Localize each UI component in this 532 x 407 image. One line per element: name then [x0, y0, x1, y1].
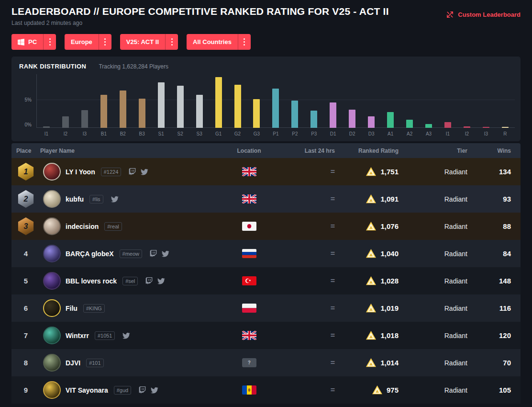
rank-bar-group-19[interactable]: A1: [381, 74, 400, 128]
player-name[interactable]: kubfu: [66, 195, 84, 203]
bar-gold-g1[interactable]: [215, 77, 222, 128]
leaderboard-row[interactable]: 9VIT Sayonara#gud=975Radiant105: [11, 376, 521, 404]
filter-act[interactable]: V25: ACT II: [120, 34, 178, 50]
rank-bar-group-21[interactable]: A3: [419, 74, 438, 128]
rank-bar-group-11[interactable]: G2: [228, 74, 247, 128]
rank-bar-group-17[interactable]: D2: [343, 74, 362, 128]
column-header-last-24-hrs[interactable]: Last 24 hrs: [277, 147, 339, 154]
bar-silver-s1[interactable]: [158, 82, 165, 128]
chart-title: RANK DISTRIBUTION: [19, 63, 86, 70]
bar-platinum-p1[interactable]: [272, 89, 279, 128]
leaderboard-row[interactable]: 5BBL lovers rock#sel=1,028Radiant148: [11, 267, 521, 294]
bar-ascendant-a3[interactable]: [425, 124, 432, 128]
twitter-icon[interactable]: [111, 195, 119, 203]
filter-country-main[interactable]: All Countries: [187, 34, 238, 50]
player-name[interactable]: LY I Yoon: [66, 168, 95, 176]
filter-region-main[interactable]: Europe: [65, 34, 99, 50]
bar-immortal-i1[interactable]: [444, 122, 451, 128]
filter-act-main[interactable]: V25: ACT II: [120, 34, 165, 50]
column-header-wins[interactable]: Wins: [473, 147, 521, 154]
bar-immortal-i3[interactable]: [483, 127, 489, 128]
rank-bar-group-13[interactable]: P1: [266, 74, 285, 128]
twitter-icon[interactable]: [151, 386, 158, 394]
leaderboard-row[interactable]: 8DJVI#101?=1,014Radiant70: [11, 349, 521, 376]
filter-platform-main[interactable]: PC: [11, 34, 43, 50]
player-name[interactable]: BARÇA globeX: [66, 250, 114, 258]
rank-bar-group-16[interactable]: D1: [323, 74, 343, 128]
rank-bar-group-2[interactable]: I2: [56, 74, 75, 128]
bar-immortal-i2[interactable]: [464, 126, 470, 128]
column-header-player-name[interactable]: Player Name: [40, 147, 222, 154]
bar-bronze-b1[interactable]: [100, 95, 107, 128]
rank-bar-group-6[interactable]: B3: [133, 74, 152, 128]
leaderboard-row[interactable]: 7Wintxrr#1051=1,018Radiant120: [11, 322, 521, 349]
rank-bar-group-24[interactable]: I3: [477, 74, 496, 128]
twitch-icon[interactable]: [129, 168, 136, 175]
bar-bronze-b2[interactable]: [120, 90, 126, 128]
player-name[interactable]: Filu: [66, 305, 78, 312]
country-kebab-menu-icon[interactable]: [238, 34, 251, 50]
region-kebab-menu-icon[interactable]: [99, 34, 111, 50]
leaderboard-row[interactable]: 1LY I Yoon#1224=1,751Radiant134: [11, 158, 521, 185]
rank-bar-group-15[interactable]: P3: [304, 74, 323, 128]
filter-country[interactable]: All Countries: [187, 34, 251, 50]
bar-silver-s3[interactable]: [196, 95, 203, 128]
bar-iron-i2[interactable]: [62, 116, 69, 128]
rank-bar-group-22[interactable]: I1: [438, 74, 457, 128]
player-name[interactable]: DJVI: [66, 359, 80, 367]
leaderboard-row[interactable]: 2kubfu#lis=1,091Radiant93: [11, 185, 521, 213]
bar-bronze-b3[interactable]: [139, 99, 145, 128]
player-name[interactable]: BBL lovers rock: [66, 277, 117, 285]
rank-bar-group-23[interactable]: I2: [457, 74, 477, 128]
rank-bar-group-4[interactable]: B1: [94, 74, 113, 128]
player-name[interactable]: Wintxrr: [66, 332, 89, 339]
leaderboard-row[interactable]: 3indecision#real=1,076Radiant88: [11, 213, 521, 240]
rank-bar-group-14[interactable]: P2: [285, 74, 304, 128]
leaderboard-row[interactable]: 4BARÇA globeX#meow=1,040Radiant84: [11, 240, 521, 267]
bar-diamond-d1[interactable]: [330, 102, 336, 128]
bar-ascendant-a1[interactable]: [387, 112, 394, 128]
bar-ascendant-a2[interactable]: [406, 120, 413, 128]
player-name[interactable]: VIT Sayonara: [66, 386, 108, 394]
rank-bar-group-1[interactable]: I1: [37, 74, 56, 128]
bar-platinum-p3[interactable]: [310, 111, 317, 128]
twitter-icon[interactable]: [141, 168, 148, 176]
rank-bar-group-5[interactable]: B2: [113, 74, 133, 128]
twitch-icon[interactable]: [145, 277, 153, 284]
bar-radiant-r[interactable]: [502, 127, 509, 128]
rank-bar-group-12[interactable]: G3: [247, 74, 266, 128]
rank-bar-group-3[interactable]: I3: [75, 74, 94, 128]
filter-region[interactable]: Europe: [65, 34, 111, 50]
column-header-location[interactable]: Location: [222, 147, 277, 154]
filter-bar: PC Europe V25: ACT II All Countries: [11, 34, 521, 50]
twitch-icon[interactable]: [150, 250, 157, 257]
custom-leaderboard-button[interactable]: Custom Leaderboard: [446, 11, 521, 19]
bar-silver-s2[interactable]: [177, 86, 184, 128]
twitter-icon[interactable]: [122, 332, 130, 339]
twitter-icon[interactable]: [162, 250, 169, 258]
act-kebab-menu-icon[interactable]: [165, 34, 178, 50]
bar-platinum-p2[interactable]: [291, 101, 298, 128]
rank-bar-group-18[interactable]: D3: [362, 74, 381, 128]
player-name[interactable]: indecision: [66, 223, 99, 230]
column-header-ranked-rating[interactable]: Ranked Rating: [339, 147, 403, 154]
bar-gold-g2[interactable]: [234, 85, 241, 128]
rank-bar-group-9[interactable]: S3: [190, 74, 209, 128]
column-header-place[interactable]: Place: [11, 147, 40, 154]
rank-bar-group-7[interactable]: S1: [152, 74, 171, 128]
rank-bar-group-20[interactable]: A2: [400, 74, 419, 128]
column-header-tier[interactable]: Tier: [403, 147, 473, 154]
rank-bar-group-8[interactable]: S2: [171, 74, 190, 128]
platform-kebab-menu-icon[interactable]: [43, 34, 56, 50]
twitter-icon[interactable]: [157, 277, 165, 285]
rank-bar-group-10[interactable]: G1: [209, 74, 228, 128]
bar-diamond-d2[interactable]: [349, 110, 355, 128]
bar-gold-g3[interactable]: [253, 99, 260, 128]
filter-platform[interactable]: PC: [11, 34, 56, 50]
leaderboard-row[interactable]: 6Filu#KING=1,019Radiant116: [11, 294, 521, 322]
twitch-icon[interactable]: [139, 386, 146, 394]
bar-diamond-d3[interactable]: [368, 116, 375, 128]
bar-iron-i1[interactable]: [43, 126, 50, 128]
bar-iron-i3[interactable]: [81, 110, 88, 128]
rank-bar-group-25[interactable]: R: [496, 74, 515, 128]
